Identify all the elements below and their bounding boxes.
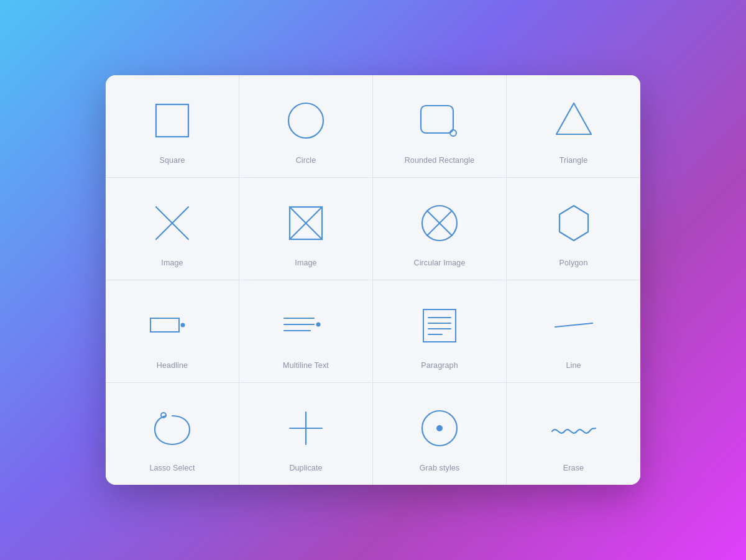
duplicate-icon [278, 400, 334, 456]
svg-point-1 [288, 103, 323, 138]
cell-line[interactable]: Line [507, 280, 640, 383]
triangle-icon [546, 93, 602, 149]
line-icon [546, 298, 602, 354]
square-icon [144, 93, 200, 149]
shape-grid: Square Circle Rounded Rect [106, 75, 640, 485]
grab-styles-icon [412, 400, 467, 456]
svg-line-25 [555, 323, 592, 327]
svg-point-30 [436, 425, 443, 431]
multiline-text-icon [278, 298, 334, 354]
cell-rounded-rectangle[interactable]: Rounded Rectangle [373, 75, 507, 178]
cell-square[interactable]: Square [106, 75, 239, 178]
cell-grab-styles[interactable]: Grab styles [373, 383, 507, 485]
cell-label-grab-styles: Grab styles [420, 464, 460, 472]
cell-triangle[interactable]: Triangle [507, 75, 640, 178]
svg-rect-20 [423, 310, 456, 342]
erase-icon [546, 400, 602, 456]
cell-label-erase: Erase [563, 464, 584, 472]
rounded-rectangle-icon [412, 93, 467, 149]
paragraph-icon [412, 298, 467, 354]
image-x-icon [144, 195, 200, 251]
cell-polygon[interactable]: Polygon [507, 178, 640, 280]
svg-rect-2 [421, 106, 453, 133]
circle-icon [278, 93, 334, 149]
svg-marker-4 [556, 103, 591, 134]
cell-label-headline: Headline [157, 361, 188, 370]
cell-label-circular-image: Circular Image [413, 259, 465, 267]
cell-label-duplicate: Duplicate [289, 464, 322, 472]
cell-label-paragraph: Paragraph [421, 361, 458, 370]
svg-rect-14 [150, 318, 179, 332]
cell-label-line: Line [566, 361, 581, 370]
cell-circle[interactable]: Circle [239, 75, 373, 178]
svg-point-19 [316, 323, 321, 327]
svg-rect-0 [156, 104, 188, 137]
cell-multiline-text[interactable]: Multiline Text [239, 280, 373, 383]
cell-label-triangle: Triangle [560, 156, 588, 165]
svg-point-15 [181, 323, 185, 328]
cell-headline[interactable]: Headline [106, 280, 239, 383]
cell-label-image-box: Image [295, 259, 316, 267]
cell-label-image-x: Image [161, 259, 183, 267]
cell-label-square: Square [159, 156, 185, 165]
lasso-select-icon [144, 400, 200, 456]
polygon-icon [546, 195, 602, 251]
cell-image-x[interactable]: Image [106, 178, 239, 280]
cell-label-circle: Circle [296, 156, 316, 165]
cell-paragraph[interactable]: Paragraph [373, 280, 507, 383]
cell-erase[interactable]: Erase [507, 383, 640, 485]
circular-image-icon [412, 195, 467, 251]
cell-label-multiline-text: Multiline Text [283, 361, 329, 370]
cell-lasso-select[interactable]: Lasso Select [106, 383, 239, 485]
image-box-icon [278, 195, 334, 251]
cell-duplicate[interactable]: Duplicate [239, 383, 373, 485]
main-panel: Square Circle Rounded Rect [106, 75, 640, 485]
cell-label-rounded-rectangle: Rounded Rectangle [405, 156, 475, 165]
headline-icon [144, 298, 200, 354]
cell-label-lasso-select: Lasso Select [149, 464, 195, 472]
cell-circular-image[interactable]: Circular Image [373, 178, 507, 280]
cell-image-box[interactable]: Image [239, 178, 373, 280]
cell-label-polygon: Polygon [559, 259, 587, 267]
svg-marker-13 [560, 206, 588, 241]
